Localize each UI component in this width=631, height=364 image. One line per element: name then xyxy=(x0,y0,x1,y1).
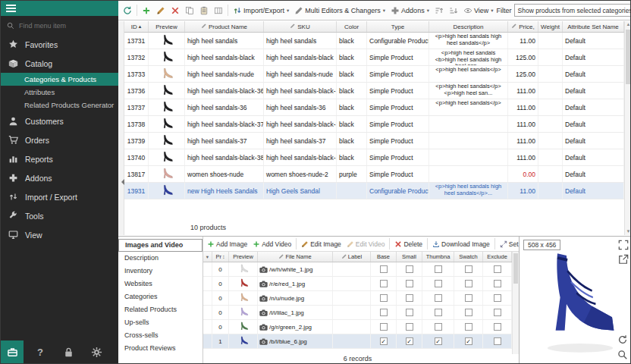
download-image-button[interactable]: Download Image xyxy=(430,239,492,249)
column-header-sku[interactable]: SKU xyxy=(264,21,337,32)
add-image-button[interactable]: Add Image xyxy=(205,239,250,249)
tab-description[interactable]: Description xyxy=(118,252,202,265)
sidebar-item-view[interactable]: View xyxy=(1,225,118,244)
checkbox-thumbnail[interactable] xyxy=(435,265,442,273)
tab-websites[interactable]: Websites xyxy=(118,278,202,290)
sidebar-item-orders[interactable]: Orders xyxy=(1,130,118,149)
search-input[interactable] xyxy=(19,22,102,30)
sort-desc-button[interactable] xyxy=(447,5,460,17)
checkbox-small[interactable] xyxy=(406,294,413,302)
delete-image-button[interactable]: Delete xyxy=(392,239,425,249)
checkbox-thumbnail[interactable] xyxy=(435,309,442,316)
edit-video-button[interactable]: Edit Video xyxy=(344,239,388,249)
column-header-base[interactable]: Base xyxy=(371,252,397,262)
tab-categories[interactable]: Categories xyxy=(118,290,202,303)
column-header-price[interactable]: Price, xyxy=(508,21,538,32)
row-expander[interactable] xyxy=(203,320,212,334)
column-header-color[interactable]: Color xyxy=(337,21,367,32)
checkbox-base[interactable] xyxy=(380,280,388,287)
column-header-menu[interactable]: ▾ xyxy=(203,252,212,262)
sort-asc-button[interactable] xyxy=(432,5,446,17)
category-filter-select[interactable]: Show products from selected categories ▾ xyxy=(514,4,631,17)
checkbox-thumbnail[interactable] xyxy=(435,294,442,302)
checkbox-exclude[interactable] xyxy=(494,309,501,316)
image-row[interactable]: 1/b/l/blue_6.jpg✓✓✓✓ xyxy=(203,334,512,349)
add-product-button[interactable] xyxy=(140,5,153,17)
settings-icon[interactable] xyxy=(85,340,108,363)
image-row[interactable]: 0/l/i/lilac_1.jpg xyxy=(203,306,512,320)
sidebar-item-addons[interactable]: Addons xyxy=(1,168,118,187)
sidebar-subitem-categories-products[interactable]: Categories & Products xyxy=(1,73,118,86)
column-header-product-name[interactable]: Product Name xyxy=(185,21,264,32)
product-row[interactable]: 13731high heel sandalshigh heel sandalsb… xyxy=(124,33,624,49)
columns-button[interactable] xyxy=(212,5,225,17)
checkbox-swatch[interactable] xyxy=(465,309,472,316)
column-header-id[interactable]: ID▴ xyxy=(124,21,149,32)
addons-menu-button[interactable]: Addons▾ xyxy=(388,5,432,17)
checkbox-swatch[interactable] xyxy=(465,280,472,287)
edit-image-button[interactable]: Edit Image xyxy=(299,239,344,249)
column-header-description[interactable]: Description xyxy=(429,21,508,32)
rotate-icon[interactable] xyxy=(617,334,628,345)
sidebar-item-favorites[interactable]: Favorites xyxy=(1,35,118,54)
checkbox-base[interactable] xyxy=(380,294,388,302)
checkbox-small[interactable] xyxy=(406,280,413,287)
column-header-pr[interactable]: Pr↕ xyxy=(212,252,229,262)
sidebar-item-reports[interactable]: Reports xyxy=(1,149,118,168)
import-export-menu-button[interactable]: Import/Export▾ xyxy=(231,5,291,17)
store-icon[interactable] xyxy=(1,340,24,363)
sidebar-subitem-attributes[interactable]: Attributes xyxy=(1,86,118,99)
menu-icon[interactable] xyxy=(6,5,16,12)
sidebar-subitem-related-products-generator[interactable]: Related Products Generator xyxy=(1,99,118,111)
checkbox-exclude[interactable] xyxy=(494,337,501,345)
tab-inventory[interactable]: Inventory xyxy=(118,265,202,278)
checkbox-small[interactable] xyxy=(406,309,413,316)
column-header-weight[interactable]: Weight xyxy=(538,21,563,32)
refresh-button[interactable] xyxy=(121,5,134,17)
checkbox-thumbnail[interactable] xyxy=(435,280,442,287)
product-row[interactable]: 13740high heel sandals-black-38high heel… xyxy=(124,149,624,166)
product-row[interactable]: 13738high heel sandals-black-37high heel… xyxy=(124,116,624,133)
image-row[interactable]: 0/w/h/white_1.jpg xyxy=(203,262,512,277)
column-header-label[interactable]: Label xyxy=(333,252,371,262)
product-row[interactable]: 13817women shoes-nudewomen shoes-nude-2p… xyxy=(124,166,624,183)
checkbox-exclude[interactable] xyxy=(494,265,501,273)
images-scrollbar[interactable] xyxy=(512,252,519,354)
collapse-strip[interactable] xyxy=(118,21,124,235)
zoom-icon[interactable] xyxy=(617,350,628,360)
image-row[interactable]: 0/g/r/green_2.jpg xyxy=(203,320,512,334)
vertical-scrollbar[interactable]: ▲ ▼ xyxy=(624,21,631,235)
checkbox-exclude[interactable] xyxy=(494,323,501,331)
row-expander[interactable] xyxy=(203,334,212,348)
multi-editors-menu-button[interactable]: Multi Editors & Changers▾ xyxy=(292,5,388,17)
checkbox-thumbnail[interactable] xyxy=(435,323,442,331)
checkbox-base[interactable] xyxy=(380,323,388,331)
row-expander[interactable] xyxy=(203,262,212,276)
tab-up-sells[interactable]: Up-sells xyxy=(118,316,202,329)
checkbox-small[interactable]: ✓ xyxy=(406,337,413,345)
view-menu-button[interactable]: View▾ xyxy=(461,5,496,17)
column-header-preview[interactable]: Preview xyxy=(149,21,185,32)
product-row[interactable]: 13736high heel sandals-black-36high heel… xyxy=(124,83,624,99)
checkbox-exclude[interactable] xyxy=(494,280,501,287)
checkbox-base[interactable] xyxy=(380,265,388,273)
column-header-swatch[interactable]: Swatch xyxy=(454,252,483,262)
tab-images-and-video[interactable]: Images and Video xyxy=(118,239,202,252)
product-row[interactable]: 13733high heel sandals-nudehigh heel san… xyxy=(124,66,624,83)
sidebar-item-customers[interactable]: Customers xyxy=(1,111,118,130)
scrollbar-thumb[interactable] xyxy=(513,253,518,284)
tab-cross-sells[interactable]: Cross-sells xyxy=(118,329,202,342)
scrollbar-thumb[interactable] xyxy=(626,30,631,84)
lock-icon[interactable] xyxy=(57,340,80,363)
checkbox-small[interactable] xyxy=(406,265,413,273)
checkbox-swatch[interactable] xyxy=(465,294,472,302)
row-expander[interactable] xyxy=(203,291,212,305)
product-image[interactable] xyxy=(530,246,621,359)
column-header-attribute-set-name[interactable]: Attribute Set Name xyxy=(563,21,624,32)
copy-button[interactable] xyxy=(183,5,196,17)
product-row[interactable]: 13739high heel sandals-37high heel sanda… xyxy=(124,133,624,149)
add-video-button[interactable]: Add Video xyxy=(250,239,294,249)
column-header-exclude[interactable]: Exclude xyxy=(483,252,512,262)
tab-product-reviews[interactable]: Product Reviews xyxy=(118,342,202,355)
sidebar-item-import-export[interactable]: Import / Export xyxy=(1,187,118,206)
